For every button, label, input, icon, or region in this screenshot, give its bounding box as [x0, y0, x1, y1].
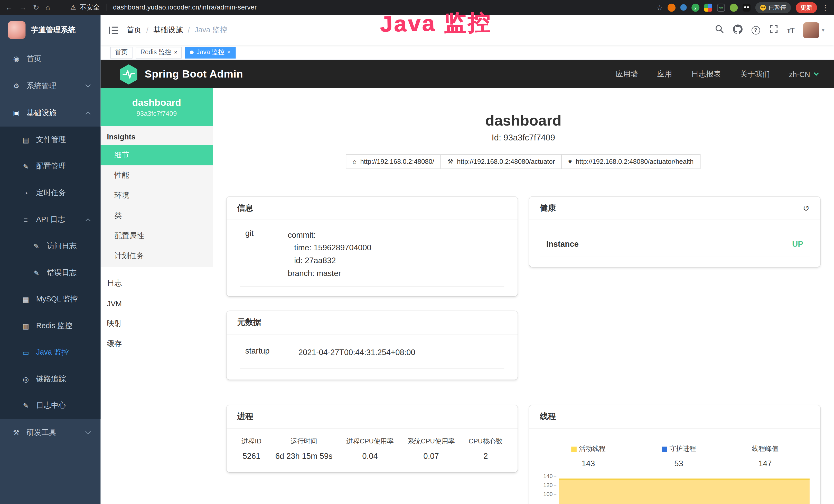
instance-id-line: Id: 93a3fc7f7409 [213, 133, 834, 142]
extension-icon[interactable]: y [692, 3, 699, 11]
sba-sidebar-others: 日志 JVM 映射 缓存 [101, 267, 213, 354]
y-axis-tick: 100 [537, 491, 553, 497]
sidebar-item-scheduled-jobs[interactable]: ◔ 定时任务 [0, 180, 101, 206]
sba-nav-applications[interactable]: 应用 [657, 69, 672, 79]
language-label: zh-CN [789, 70, 810, 78]
chart-plot-area [559, 475, 810, 504]
sba-brand-title[interactable]: Spring Boot Admin [145, 68, 243, 81]
info-card: 信息 git commit: time: 1596289704000 id: 2… [226, 197, 518, 296]
sba-sidebar-item-configprops[interactable]: 配置属性 [101, 226, 213, 246]
sidebar-item-access-logs[interactable]: ✎ 访问日志 [0, 233, 101, 259]
tab-home[interactable]: 首页 [110, 46, 133, 58]
sba-nav-wallboard[interactable]: 应用墙 [616, 69, 638, 79]
sba-sidebar-item-details[interactable]: 细节 [101, 145, 213, 165]
sidebar-item-label: 研发工具 [27, 428, 57, 437]
sba-sidebar-item-logfile[interactable]: 日志 [101, 273, 213, 294]
y-axis-mark [554, 476, 556, 476]
chevron-down-icon [85, 429, 91, 434]
extension-icon[interactable] [704, 3, 712, 11]
sidebar-item-devtools[interactable]: ⚒ 研发工具 [0, 419, 101, 446]
info-value: commit: time: 1596289704000 id: 27aa832 … [288, 229, 371, 280]
instance-name: dashboard [132, 97, 181, 108]
paused-badge[interactable]: 已暂停 [755, 2, 791, 13]
tab-redis-monitor[interactable]: Redis 监控 × [136, 46, 182, 58]
browser-menu-icon[interactable]: ⋮ [822, 3, 829, 11]
back-icon[interactable]: ← [5, 4, 13, 11]
sidebar-item-trace[interactable]: ◎ 链路追踪 [0, 366, 101, 393]
screen: Java 监控 ← → ↻ ⌂ ⚠ 不安全 dashboard.yudao.io… [0, 0, 834, 504]
sba-sidebar-item-caches[interactable]: 缓存 [101, 334, 213, 354]
metadata-row-startup: startup 2021-04-27T00:44:31.254+08:00 [240, 335, 504, 369]
close-icon[interactable]: × [227, 49, 231, 55]
logo-avatar [8, 21, 25, 39]
actuator-url-link[interactable]: ⚒ http://192.168.0.2:48080/actuator [440, 154, 562, 169]
home-icon[interactable]: ⌂ [46, 4, 50, 11]
search-icon[interactable] [715, 24, 724, 36]
collapse-menu-icon[interactable] [109, 26, 118, 34]
sidebar-item-api-logs[interactable]: ≡ API 日志 [0, 206, 101, 233]
help-icon[interactable]: ? [751, 26, 760, 34]
sidebar-item-infra[interactable]: ▣ 基础设施 [0, 99, 101, 127]
sidebar-item-label: Redis 监控 [36, 321, 72, 331]
user-menu[interactable]: ▾ [803, 22, 825, 38]
sidebar-item-mysql-monitor[interactable]: ▦ MySQL 监控 [0, 286, 101, 313]
sidebar-item-system[interactable]: ⚙ 系统管理 [0, 72, 101, 100]
sba-sidebar-item-metrics[interactable]: 性能 [101, 165, 213, 186]
sidebar-item-label: 文件管理 [36, 135, 66, 144]
sba-sidebar-item-scheduledtasks[interactable]: 计划任务 [101, 246, 213, 267]
tab-java-monitor[interactable]: Java 监控 × [185, 46, 236, 58]
health-instance-row[interactable]: Instance UP [540, 220, 810, 256]
url-bar[interactable]: ⚠ 不安全 dashboard.yudao.iocoder.cn/infra/a… [70, 3, 257, 12]
sidebar-item-label: 日志中心 [36, 401, 66, 410]
sba-nav-about[interactable]: 关于我们 [740, 69, 770, 79]
extension-icon[interactable] [730, 3, 738, 11]
sidebar-item-java-monitor[interactable]: ▭ Java 监控 [0, 339, 101, 366]
paused-badge-label: 已暂停 [768, 3, 786, 11]
sidebar-item-home[interactable]: ◉ 首页 [0, 45, 101, 72]
sidebar-item-config-manage[interactable]: ✎ 配置管理 [0, 153, 101, 180]
process-col-syscpu: 系统CPU使用率 0.07 [408, 437, 455, 460]
col-label: 运行时间 [275, 437, 333, 446]
sba-nav-journal[interactable]: 日志报表 [691, 69, 721, 79]
sba-sidebar-item-environment[interactable]: 环境 [101, 186, 213, 206]
sba-sidebar-item-classes[interactable]: 类 [101, 206, 213, 226]
git-id-line: id: 27aa832 [288, 254, 371, 267]
forward-icon[interactable]: → [19, 4, 27, 11]
metadata-key: startup [240, 346, 299, 355]
gear-icon: ⚙ [12, 82, 21, 90]
chevron-down-icon [85, 82, 91, 88]
fullscreen-icon[interactable] [769, 24, 778, 36]
breadcrumb-item[interactable]: 基础设施 [153, 25, 183, 35]
sidebar-item-label: 定时任务 [36, 188, 66, 198]
extension-icon[interactable]: on [717, 3, 725, 11]
sidebar-item-log-center[interactable]: ✎ 日志中心 [0, 392, 101, 419]
service-url-link[interactable]: ⌂ http://192.168.0.2:48080/ [346, 154, 441, 169]
language-selector[interactable]: zh-CN [789, 70, 818, 78]
y-axis-tick: 120 [537, 482, 553, 488]
active-dot [190, 51, 194, 54]
extension-icon[interactable] [680, 4, 687, 11]
update-button[interactable]: 更新 [796, 2, 817, 13]
extension-icon[interactable] [667, 3, 676, 11]
close-icon[interactable]: × [174, 49, 177, 55]
reload-icon[interactable]: ↻ [33, 4, 39, 11]
sidebar-item-label: 访问日志 [47, 241, 76, 251]
sidebar-item-error-logs[interactable]: ✎ 错误日志 [0, 259, 101, 286]
health-url-link[interactable]: ♥ http://192.168.0.2:48080/actuator/heal… [561, 154, 700, 169]
history-icon[interactable]: ↺ [803, 203, 810, 213]
sidebar-item-redis-monitor[interactable]: ▥ Redis 监控 [0, 313, 101, 339]
health-card: 健康 ↺ Instance UP [529, 197, 820, 267]
text-size-icon[interactable]: тT [787, 26, 794, 34]
bookmark-star-icon[interactable]: ☆ [657, 3, 663, 11]
sba-sidebar-item-mappings[interactable]: 映射 [101, 314, 213, 334]
instance-header[interactable]: dashboard 93a3fc7f7409 [101, 88, 213, 126]
app-logo[interactable]: 芋道管理系统 [0, 15, 101, 45]
extension-icon[interactable] [743, 3, 750, 11]
breadcrumb-item[interactable]: 首页 [127, 25, 141, 35]
chevron-up-icon [85, 218, 91, 223]
dashboard-icon: ◉ [12, 55, 21, 63]
github-icon[interactable] [733, 24, 742, 36]
sba-sidebar-item-jvm[interactable]: JVM [101, 294, 213, 314]
sidebar-item-file-manage[interactable]: ▤ 文件管理 [0, 127, 101, 153]
app-title: 芋道管理系统 [31, 25, 75, 35]
